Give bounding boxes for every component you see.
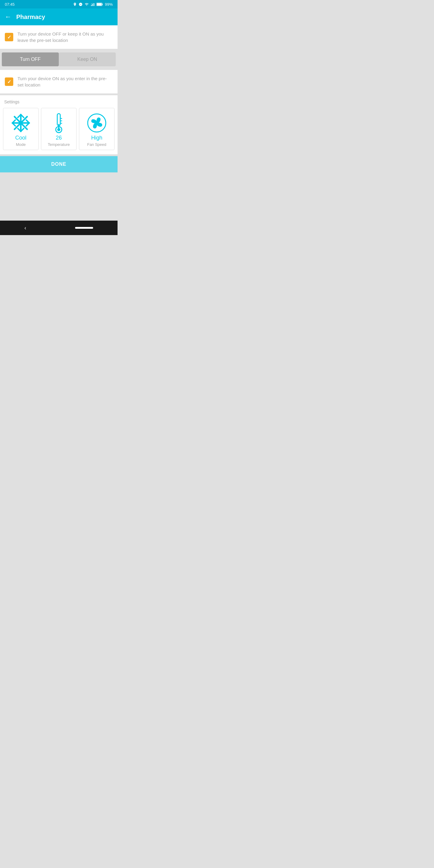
temperature-item[interactable]: 26 Temperature (41, 108, 76, 150)
enter-checkbox-icon (5, 78, 13, 86)
nav-back-button[interactable]: ‹ (24, 225, 26, 231)
dnd-icon (79, 2, 83, 6)
time: 07:45 (5, 2, 15, 7)
background-filler (0, 174, 118, 221)
settings-card: Settings (0, 95, 118, 154)
fan-speed-icon (87, 113, 107, 133)
enter-checkbox[interactable] (5, 78, 13, 86)
svg-rect-4 (102, 4, 103, 5)
enter-card: Turn your device ON as you enter in the … (0, 70, 118, 93)
leave-card: Turn your device OFF or keep it ON as yo… (0, 25, 118, 49)
svg-rect-0 (91, 5, 92, 6)
fan-icon (87, 113, 107, 133)
leave-checkbox[interactable] (5, 33, 13, 41)
mode-icon (10, 113, 31, 133)
svg-rect-24 (58, 124, 59, 130)
fan-speed-item[interactable]: High Fan Speed (79, 108, 115, 150)
battery-icon (96, 2, 103, 6)
status-icons: 99% (73, 2, 113, 7)
location-icon (73, 2, 77, 6)
mode-sub: Mode (16, 142, 26, 147)
mode-value: Cool (15, 135, 26, 141)
thermometer-icon (53, 113, 65, 133)
status-bar: 07:45 99% (0, 0, 118, 8)
mode-item[interactable]: Cool Mode (3, 108, 38, 150)
nav-home-pill[interactable] (75, 227, 93, 229)
turn-off-button[interactable]: Turn OFF (2, 53, 59, 66)
temperature-value: 26 (56, 135, 62, 141)
leave-checkbox-icon (5, 33, 13, 41)
back-button[interactable]: ← (5, 13, 11, 21)
svg-rect-5 (97, 3, 102, 5)
enter-card-text: Turn your device ON as you enter in the … (18, 75, 113, 88)
svg-rect-1 (92, 4, 93, 6)
wifi-icon (84, 2, 89, 6)
fan-speed-value: High (91, 135, 102, 141)
temperature-sub: Temperature (48, 142, 70, 147)
nav-bar: ‹ (0, 221, 118, 235)
svg-rect-2 (94, 3, 94, 6)
toggle-row: Turn OFF Keep ON (0, 51, 118, 68)
content-area: Turn your device OFF or keep it ON as yo… (0, 25, 118, 221)
battery-percent: 99% (105, 2, 113, 7)
page-title: Pharmacy (16, 13, 45, 21)
header: ← Pharmacy (0, 8, 118, 25)
settings-grid: Cool Mode 26 (3, 108, 115, 150)
keep-on-button[interactable]: Keep ON (59, 53, 116, 66)
snowflake-icon (10, 113, 31, 133)
done-button[interactable]: DONE (0, 156, 118, 173)
signal-icon (91, 2, 95, 6)
temperature-icon (53, 113, 65, 133)
settings-label: Settings (3, 99, 115, 104)
fan-speed-sub: Fan Speed (87, 142, 106, 147)
leave-card-text: Turn your device OFF or keep it ON as yo… (18, 31, 113, 43)
